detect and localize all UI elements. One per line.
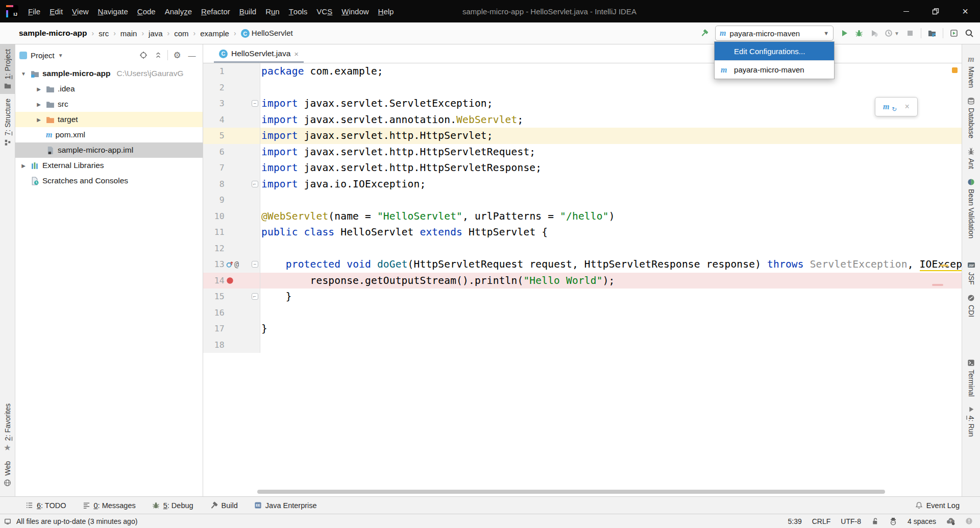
- editor-gutter[interactable]: 13@−: [203, 256, 260, 273]
- toolwindow-button-1-project[interactable]: 1: Project: [0, 44, 15, 94]
- breadcrumb-item-src[interactable]: src: [99, 29, 109, 38]
- toolwindow-button-ant[interactable]: Ant: [962, 143, 980, 174]
- hide-panel-button[interactable]: —: [186, 50, 198, 61]
- tree-item-src[interactable]: ▶src: [15, 97, 203, 112]
- menu-item-payara-micro-maven[interactable]: m payara-micro-maven: [715, 60, 834, 79]
- toolwindow-button-web[interactable]: Web: [0, 457, 15, 491]
- code-line-4[interactable]: 4import javax.servlet.annotation.WebServ…: [203, 112, 962, 128]
- profiler-button[interactable]: [885, 29, 893, 37]
- menu-item-edit-configurations[interactable]: Edit Configurations...: [715, 42, 834, 60]
- tab-helloservlet-java[interactable]: C HelloServlet.java ×: [214, 44, 304, 63]
- file-encoding[interactable]: UTF-8: [841, 517, 861, 525]
- toolwindow-button-maven[interactable]: mMaven: [962, 51, 980, 92]
- project-panel-title[interactable]: Project: [31, 51, 55, 60]
- caret-position[interactable]: 5:39: [788, 517, 801, 525]
- breadcrumb-item-main[interactable]: main: [120, 29, 137, 38]
- editor-gutter[interactable]: 1: [203, 63, 260, 80]
- warning-stripe-mark[interactable]: [940, 265, 948, 267]
- code-line-8[interactable]: 8⌐import java.io.IOException;: [203, 176, 962, 193]
- run-config-combo[interactable]: m payara-micro-maven ▼: [715, 26, 834, 41]
- code-line-9[interactable]: 9: [203, 192, 962, 208]
- stop-button[interactable]: [906, 29, 914, 37]
- project-structure-button[interactable]: [928, 29, 936, 37]
- menu-refactor[interactable]: Refactor: [197, 0, 235, 22]
- code-line-15[interactable]: 15⌐ }: [203, 289, 962, 305]
- inspection-status-square[interactable]: [952, 67, 958, 73]
- code-line-14[interactable]: 14 response.getOutputStream().println("H…: [203, 273, 962, 289]
- menu-run[interactable]: Run: [261, 0, 284, 22]
- code-line-17[interactable]: 17}: [203, 321, 962, 337]
- chevron-right-icon[interactable]: ▶: [35, 86, 43, 92]
- chevron-down-icon[interactable]: ▼: [19, 71, 28, 77]
- breadcrumb-item-java[interactable]: java: [149, 29, 163, 38]
- coverage-button[interactable]: [870, 29, 878, 37]
- toolwindow-button-7-structure[interactable]: 7: Structure: [0, 94, 15, 150]
- code-line-2[interactable]: 2: [203, 80, 962, 96]
- collapse-all-button[interactable]: [153, 50, 164, 61]
- editor-gutter[interactable]: 7: [203, 160, 260, 176]
- ide-errors-icon[interactable]: [965, 517, 973, 525]
- editor-gutter[interactable]: 18: [203, 337, 260, 353]
- toolwindow-button-database[interactable]: Database: [962, 92, 980, 143]
- fold-marker-icon[interactable]: −: [252, 261, 258, 268]
- menu-analyze[interactable]: Analyze: [160, 0, 197, 22]
- menu-file[interactable]: File: [23, 0, 45, 22]
- horizontal-scrollbar[interactable]: [257, 490, 885, 494]
- tree-item-sample-micro-app-iml[interactable]: sample-micro-app.iml: [15, 142, 203, 158]
- inspections-widget-icon[interactable]: ?: [946, 517, 955, 525]
- breakpoint-icon[interactable]: [226, 277, 234, 284]
- debug-button[interactable]: [855, 29, 863, 37]
- toolwindow-button-bean-validation[interactable]: Bean Validation: [962, 174, 980, 243]
- indent-setting[interactable]: 4 spaces: [908, 517, 936, 525]
- editor-gutter[interactable]: 15⌐: [203, 289, 260, 305]
- tree-item-target[interactable]: ▶target: [15, 112, 203, 127]
- settings-gear-icon[interactable]: ⚙: [172, 50, 183, 61]
- editor-gutter[interactable]: 14: [203, 273, 260, 289]
- editor-gutter[interactable]: 17: [203, 321, 260, 337]
- editor-gutter[interactable]: 8⌐: [203, 176, 260, 193]
- menu-view[interactable]: View: [67, 0, 93, 22]
- menu-build[interactable]: Build: [235, 0, 261, 22]
- hector-inspector-icon[interactable]: [889, 517, 897, 525]
- code-line-7[interactable]: 7import javax.servlet.http.HttpServletRe…: [203, 160, 962, 176]
- editor-gutter[interactable]: 4: [203, 112, 260, 128]
- tree-item-pom-xml[interactable]: mpom.xml: [15, 127, 203, 142]
- menu-navigate[interactable]: Navigate: [93, 0, 133, 22]
- code-line-5[interactable]: 5import javax.servlet.http.HttpServlet;: [203, 128, 962, 144]
- toolwindow-button-5-debug[interactable]: 5: Debug: [152, 501, 193, 510]
- chevron-right-icon[interactable]: ▶: [19, 163, 28, 169]
- code-line-1[interactable]: 1package com.example;: [203, 63, 962, 80]
- editor-gutter[interactable]: 11: [203, 224, 260, 241]
- select-opened-file-button[interactable]: [138, 50, 149, 61]
- search-everywhere-button[interactable]: [965, 29, 974, 38]
- chevron-right-icon[interactable]: ▶: [35, 102, 43, 107]
- toolwindow-button-0-messages[interactable]: 0: Messages: [83, 501, 136, 510]
- fold-marker-icon[interactable]: ⌐: [252, 181, 258, 187]
- toolwindow-button-jsf[interactable]: JSFJSF: [962, 256, 980, 290]
- event-log-button[interactable]: Event Log: [915, 501, 960, 510]
- code-line-12[interactable]: 12: [203, 241, 962, 257]
- build-hammer-icon[interactable]: [700, 29, 708, 37]
- menu-code[interactable]: Code: [133, 0, 160, 22]
- editor-gutter[interactable]: 3−: [203, 95, 260, 112]
- chevron-down-icon[interactable]: ▼: [58, 53, 63, 58]
- close-button[interactable]: ×: [950, 0, 980, 22]
- maven-reload-icon[interactable]: m: [883, 103, 889, 111]
- toolwindow-button-build[interactable]: Build: [210, 501, 238, 510]
- fold-marker-icon[interactable]: −: [252, 100, 258, 107]
- background-tasks-icon[interactable]: [4, 518, 11, 525]
- editor-gutter[interactable]: 5: [203, 128, 260, 144]
- breadcrumb-item-sample-micro-app[interactable]: sample-micro-app: [19, 29, 87, 38]
- run-dashboard-button[interactable]: [950, 29, 958, 37]
- breadcrumb-item-helloservlet[interactable]: C HelloServlet: [241, 29, 293, 38]
- editor-gutter[interactable]: 16: [203, 305, 260, 321]
- editor-gutter[interactable]: 9: [203, 192, 260, 208]
- toolwindow-button-2-favorites[interactable]: 2: Favorites★: [0, 399, 15, 457]
- editor-gutter[interactable]: 12: [203, 241, 260, 257]
- close-icon[interactable]: ×: [905, 102, 910, 111]
- tree-item-sample-micro-app[interactable]: ▼sample-micro-appC:\Users\jGauravG: [15, 66, 203, 81]
- editor-gutter[interactable]: 6: [203, 144, 260, 160]
- chevron-right-icon[interactable]: ▶: [35, 117, 43, 123]
- tab-close-icon[interactable]: ×: [294, 50, 299, 58]
- toolwindow-button-java-enterprise[interactable]: EEJava Enterprise: [254, 501, 317, 510]
